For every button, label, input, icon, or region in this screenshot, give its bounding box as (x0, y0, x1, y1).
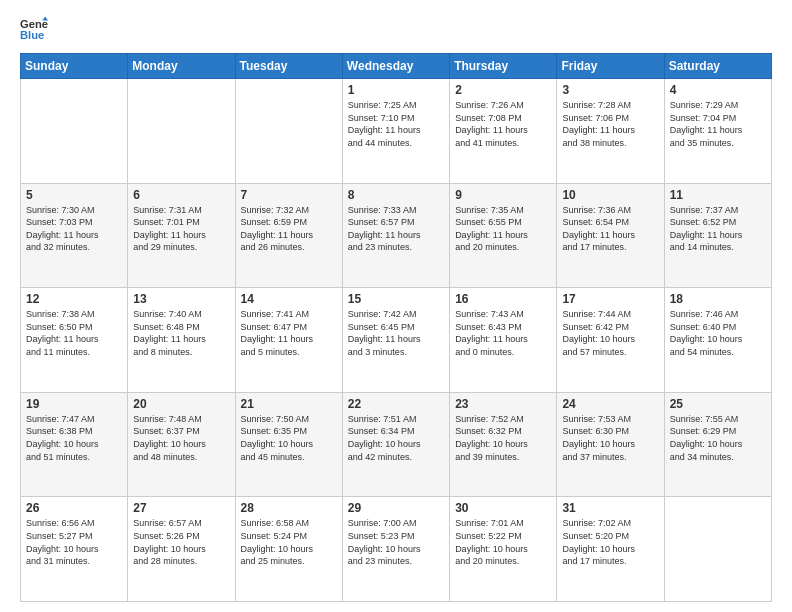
cell-content: Sunrise: 7:02 AM Sunset: 5:20 PM Dayligh… (562, 517, 658, 567)
cell-content: Sunrise: 7:40 AM Sunset: 6:48 PM Dayligh… (133, 308, 229, 358)
cell-content: Sunrise: 7:42 AM Sunset: 6:45 PM Dayligh… (348, 308, 444, 358)
day-number: 14 (241, 292, 337, 306)
week-row-0: 1Sunrise: 7:25 AM Sunset: 7:10 PM Daylig… (21, 79, 772, 184)
cell-content: Sunrise: 7:43 AM Sunset: 6:43 PM Dayligh… (455, 308, 551, 358)
cell-content: Sunrise: 7:28 AM Sunset: 7:06 PM Dayligh… (562, 99, 658, 149)
calendar-cell: 17Sunrise: 7:44 AM Sunset: 6:42 PM Dayli… (557, 288, 664, 393)
calendar-cell: 14Sunrise: 7:41 AM Sunset: 6:47 PM Dayli… (235, 288, 342, 393)
day-number: 4 (670, 83, 766, 97)
cell-content: Sunrise: 7:41 AM Sunset: 6:47 PM Dayligh… (241, 308, 337, 358)
cell-content: Sunrise: 7:46 AM Sunset: 6:40 PM Dayligh… (670, 308, 766, 358)
week-row-2: 12Sunrise: 7:38 AM Sunset: 6:50 PM Dayli… (21, 288, 772, 393)
header: General Blue (20, 15, 772, 43)
logo-icon: General Blue (20, 15, 48, 43)
calendar-cell: 21Sunrise: 7:50 AM Sunset: 6:35 PM Dayli… (235, 392, 342, 497)
calendar-cell: 28Sunrise: 6:58 AM Sunset: 5:24 PM Dayli… (235, 497, 342, 602)
cell-content: Sunrise: 6:56 AM Sunset: 5:27 PM Dayligh… (26, 517, 122, 567)
day-number: 25 (670, 397, 766, 411)
cell-content: Sunrise: 7:29 AM Sunset: 7:04 PM Dayligh… (670, 99, 766, 149)
calendar-header-row: SundayMondayTuesdayWednesdayThursdayFrid… (21, 54, 772, 79)
cell-content: Sunrise: 7:50 AM Sunset: 6:35 PM Dayligh… (241, 413, 337, 463)
calendar-cell: 24Sunrise: 7:53 AM Sunset: 6:30 PM Dayli… (557, 392, 664, 497)
calendar-cell: 6Sunrise: 7:31 AM Sunset: 7:01 PM Daylig… (128, 183, 235, 288)
calendar-cell: 15Sunrise: 7:42 AM Sunset: 6:45 PM Dayli… (342, 288, 449, 393)
calendar-cell: 22Sunrise: 7:51 AM Sunset: 6:34 PM Dayli… (342, 392, 449, 497)
cell-content: Sunrise: 7:44 AM Sunset: 6:42 PM Dayligh… (562, 308, 658, 358)
day-number: 12 (26, 292, 122, 306)
day-number: 29 (348, 501, 444, 515)
cell-content: Sunrise: 7:30 AM Sunset: 7:03 PM Dayligh… (26, 204, 122, 254)
cell-content: Sunrise: 7:52 AM Sunset: 6:32 PM Dayligh… (455, 413, 551, 463)
calendar-cell: 9Sunrise: 7:35 AM Sunset: 6:55 PM Daylig… (450, 183, 557, 288)
cell-content: Sunrise: 6:58 AM Sunset: 5:24 PM Dayligh… (241, 517, 337, 567)
day-number: 15 (348, 292, 444, 306)
calendar-cell: 12Sunrise: 7:38 AM Sunset: 6:50 PM Dayli… (21, 288, 128, 393)
cell-content: Sunrise: 7:35 AM Sunset: 6:55 PM Dayligh… (455, 204, 551, 254)
day-number: 24 (562, 397, 658, 411)
day-number: 19 (26, 397, 122, 411)
cell-content: Sunrise: 7:26 AM Sunset: 7:08 PM Dayligh… (455, 99, 551, 149)
calendar-cell: 5Sunrise: 7:30 AM Sunset: 7:03 PM Daylig… (21, 183, 128, 288)
day-header-wednesday: Wednesday (342, 54, 449, 79)
calendar-cell: 30Sunrise: 7:01 AM Sunset: 5:22 PM Dayli… (450, 497, 557, 602)
day-number: 8 (348, 188, 444, 202)
cell-content: Sunrise: 7:37 AM Sunset: 6:52 PM Dayligh… (670, 204, 766, 254)
day-number: 10 (562, 188, 658, 202)
calendar-cell: 29Sunrise: 7:00 AM Sunset: 5:23 PM Dayli… (342, 497, 449, 602)
day-number: 28 (241, 501, 337, 515)
day-header-saturday: Saturday (664, 54, 771, 79)
cell-content: Sunrise: 7:33 AM Sunset: 6:57 PM Dayligh… (348, 204, 444, 254)
day-number: 18 (670, 292, 766, 306)
day-number: 13 (133, 292, 229, 306)
cell-content: Sunrise: 7:36 AM Sunset: 6:54 PM Dayligh… (562, 204, 658, 254)
day-number: 26 (26, 501, 122, 515)
logo: General Blue (20, 15, 54, 43)
calendar-cell (128, 79, 235, 184)
calendar-cell: 16Sunrise: 7:43 AM Sunset: 6:43 PM Dayli… (450, 288, 557, 393)
calendar-cell: 19Sunrise: 7:47 AM Sunset: 6:38 PM Dayli… (21, 392, 128, 497)
cell-content: Sunrise: 7:25 AM Sunset: 7:10 PM Dayligh… (348, 99, 444, 149)
day-number: 31 (562, 501, 658, 515)
day-number: 9 (455, 188, 551, 202)
calendar-cell: 25Sunrise: 7:55 AM Sunset: 6:29 PM Dayli… (664, 392, 771, 497)
calendar-cell: 31Sunrise: 7:02 AM Sunset: 5:20 PM Dayli… (557, 497, 664, 602)
day-number: 11 (670, 188, 766, 202)
calendar-cell: 18Sunrise: 7:46 AM Sunset: 6:40 PM Dayli… (664, 288, 771, 393)
cell-content: Sunrise: 7:47 AM Sunset: 6:38 PM Dayligh… (26, 413, 122, 463)
cell-content: Sunrise: 6:57 AM Sunset: 5:26 PM Dayligh… (133, 517, 229, 567)
calendar-cell: 27Sunrise: 6:57 AM Sunset: 5:26 PM Dayli… (128, 497, 235, 602)
calendar-cell: 8Sunrise: 7:33 AM Sunset: 6:57 PM Daylig… (342, 183, 449, 288)
week-row-1: 5Sunrise: 7:30 AM Sunset: 7:03 PM Daylig… (21, 183, 772, 288)
calendar-cell: 3Sunrise: 7:28 AM Sunset: 7:06 PM Daylig… (557, 79, 664, 184)
cell-content: Sunrise: 7:01 AM Sunset: 5:22 PM Dayligh… (455, 517, 551, 567)
calendar-cell (235, 79, 342, 184)
day-number: 21 (241, 397, 337, 411)
calendar-cell: 10Sunrise: 7:36 AM Sunset: 6:54 PM Dayli… (557, 183, 664, 288)
day-number: 30 (455, 501, 551, 515)
week-row-3: 19Sunrise: 7:47 AM Sunset: 6:38 PM Dayli… (21, 392, 772, 497)
cell-content: Sunrise: 7:55 AM Sunset: 6:29 PM Dayligh… (670, 413, 766, 463)
day-number: 3 (562, 83, 658, 97)
calendar-cell: 13Sunrise: 7:40 AM Sunset: 6:48 PM Dayli… (128, 288, 235, 393)
cell-content: Sunrise: 7:48 AM Sunset: 6:37 PM Dayligh… (133, 413, 229, 463)
day-header-sunday: Sunday (21, 54, 128, 79)
day-number: 22 (348, 397, 444, 411)
cell-content: Sunrise: 7:51 AM Sunset: 6:34 PM Dayligh… (348, 413, 444, 463)
calendar-cell: 23Sunrise: 7:52 AM Sunset: 6:32 PM Dayli… (450, 392, 557, 497)
day-number: 7 (241, 188, 337, 202)
day-number: 20 (133, 397, 229, 411)
calendar-cell: 26Sunrise: 6:56 AM Sunset: 5:27 PM Dayli… (21, 497, 128, 602)
day-number: 1 (348, 83, 444, 97)
calendar-cell (21, 79, 128, 184)
calendar-cell: 11Sunrise: 7:37 AM Sunset: 6:52 PM Dayli… (664, 183, 771, 288)
day-number: 5 (26, 188, 122, 202)
calendar-cell: 20Sunrise: 7:48 AM Sunset: 6:37 PM Dayli… (128, 392, 235, 497)
day-number: 17 (562, 292, 658, 306)
calendar-table: SundayMondayTuesdayWednesdayThursdayFrid… (20, 53, 772, 602)
day-header-thursday: Thursday (450, 54, 557, 79)
calendar-cell: 2Sunrise: 7:26 AM Sunset: 7:08 PM Daylig… (450, 79, 557, 184)
cell-content: Sunrise: 7:53 AM Sunset: 6:30 PM Dayligh… (562, 413, 658, 463)
calendar-cell: 4Sunrise: 7:29 AM Sunset: 7:04 PM Daylig… (664, 79, 771, 184)
day-header-monday: Monday (128, 54, 235, 79)
svg-text:Blue: Blue (20, 29, 44, 41)
